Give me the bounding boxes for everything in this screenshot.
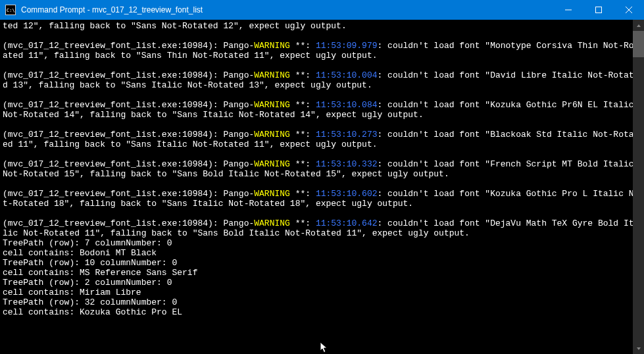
maximize-button[interactable] (583, 0, 614, 20)
scroll-down-button[interactable] (633, 343, 644, 354)
scrollbar-vertical[interactable] (633, 20, 644, 354)
window-titlebar: Command Prompt - mvc_017_12_treeview_fon… (0, 0, 644, 20)
minimize-button[interactable] (553, 0, 583, 20)
scroll-up-button[interactable] (633, 20, 644, 31)
close-button[interactable] (614, 0, 644, 20)
terminal-output: ted 12", falling back to "Sans Not-Rotat… (3, 21, 641, 317)
terminal-area[interactable]: ted 12", falling back to "Sans Not-Rotat… (0, 20, 644, 354)
window-controls (553, 0, 644, 20)
scroll-thumb[interactable] (633, 31, 644, 57)
svg-rect-1 (596, 7, 602, 13)
window-title: Command Prompt - mvc_017_12_treeview_fon… (20, 5, 553, 15)
svg-marker-4 (637, 24, 641, 27)
cmd-icon (5, 5, 16, 15)
svg-marker-5 (637, 347, 641, 350)
